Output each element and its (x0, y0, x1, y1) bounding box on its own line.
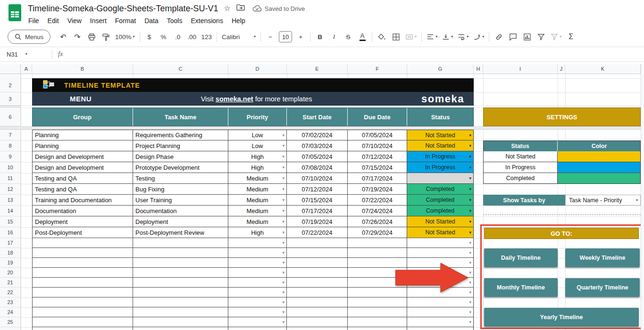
cell-D19[interactable]: ▾ (228, 258, 287, 268)
cell-C22[interactable] (133, 288, 228, 297)
cell-C25[interactable] (133, 317, 228, 327)
cell-E24[interactable] (287, 307, 348, 317)
cell-D26[interactable]: ▾ (228, 327, 287, 330)
cell-B12[interactable]: Testing and QA (32, 184, 133, 195)
status-dropdown-caret[interactable]: ▾ (469, 176, 471, 181)
cell-B13[interactable]: Training and Documentation (32, 195, 133, 206)
priority-dropdown-caret[interactable]: ▾ (282, 271, 284, 275)
status-label-in-progress[interactable]: In Progress (483, 162, 558, 173)
cell-E19[interactable] (287, 258, 348, 268)
priority-dropdown-caret[interactable]: ▾ (282, 261, 284, 265)
cell-E16[interactable]: 07/22/2024 (287, 227, 348, 238)
row-header-16[interactable]: 16 (0, 227, 20, 238)
col-header-C[interactable]: C (133, 64, 228, 74)
cell-C10[interactable]: Prototype Development (133, 162, 228, 173)
cell-B21[interactable] (32, 278, 133, 288)
cell-G26[interactable]: ▾ (407, 327, 474, 330)
cell-D8[interactable]: Low▾ (228, 140, 287, 151)
cell-D9[interactable]: High▾ (228, 151, 287, 162)
cell-B8[interactable]: Planning (32, 140, 133, 151)
status-dropdown-caret[interactable]: ▾ (469, 155, 471, 159)
status-dropdown-caret[interactable]: ▾ (469, 241, 471, 245)
row-header-10[interactable]: 10 (0, 162, 20, 173)
yearly-timeline-button[interactable]: Yearly Timeline (484, 308, 639, 327)
col-header-D[interactable]: D (228, 64, 287, 74)
col-header-A[interactable]: A (21, 64, 32, 74)
status-dropdown-caret[interactable]: ▾ (469, 165, 471, 170)
priority-dropdown-caret[interactable]: ▾ (282, 165, 284, 170)
cell-G17[interactable]: ▾ (407, 238, 474, 248)
cell-G7[interactable]: Not Started▾ (407, 130, 474, 140)
show-tasks-by-label[interactable]: Show Tasks by (483, 195, 565, 206)
row-header-13[interactable]: 13 (0, 195, 20, 206)
row-header-19[interactable]: 19 (0, 258, 20, 268)
cell-B17[interactable] (32, 238, 133, 248)
someka-link[interactable]: someka.net (216, 95, 253, 103)
cell-B26[interactable] (32, 327, 133, 330)
priority-dropdown-caret[interactable]: ▾ (282, 300, 284, 305)
status-dropdown-caret[interactable]: ▾ (469, 209, 471, 213)
cell-G24[interactable]: ▾ (407, 307, 474, 317)
cell-E22[interactable] (287, 288, 348, 297)
priority-dropdown-caret[interactable]: ▾ (282, 144, 284, 148)
row-header-14[interactable]: 14 (0, 206, 20, 216)
col-header-F[interactable]: F (348, 64, 407, 74)
cell-C15[interactable]: Deployment (133, 216, 228, 227)
quarterly-timeline-button[interactable]: Quarterly Timeline (565, 278, 640, 297)
status-dropdown-caret[interactable]: ▾ (469, 300, 471, 305)
monthly-timeline-button[interactable]: Monthly Timeline (484, 278, 558, 297)
row-header-8[interactable]: 8 (0, 140, 20, 151)
cell-D12[interactable]: Medium▾ (228, 184, 287, 195)
cell-C17[interactable] (133, 238, 228, 248)
cell-D16[interactable]: High▾ (228, 227, 287, 238)
col-header-I[interactable]: I (483, 64, 558, 74)
col-header-H[interactable]: H (474, 64, 483, 74)
cell-G8[interactable]: Not Started▾ (407, 140, 474, 151)
weekly-timeline-button[interactable]: Weekly Timeline (565, 248, 640, 267)
cell-D7[interactable]: Low▾ (228, 130, 287, 140)
row-header-11[interactable]: 11 (0, 173, 20, 184)
cell-G23[interactable]: ▾ (407, 297, 474, 307)
cell-F14[interactable]: 07/24/2024 (348, 206, 407, 216)
cell-B14[interactable]: Documentation (32, 206, 133, 216)
row-header-6[interactable]: 6 (0, 107, 20, 126)
cell-B18[interactable] (32, 248, 133, 258)
cell-B9[interactable]: Design and Development (32, 151, 133, 162)
col-header-K[interactable]: K (565, 64, 641, 74)
col-header-J[interactable]: J (558, 64, 565, 74)
cell-F17[interactable] (348, 238, 407, 248)
col-header-G[interactable]: G (407, 64, 474, 74)
row-header-18[interactable]: 18 (0, 248, 20, 258)
cell-E18[interactable] (287, 248, 348, 258)
cell-B19[interactable] (32, 258, 133, 268)
priority-dropdown-caret[interactable]: ▾ (282, 231, 284, 235)
cell-E26[interactable] (287, 327, 348, 330)
col-header-B[interactable]: B (32, 64, 133, 74)
priority-dropdown-caret[interactable]: ▾ (282, 251, 284, 255)
status-dropdown-caret[interactable]: ▾ (469, 251, 471, 255)
priority-dropdown-caret[interactable]: ▾ (282, 241, 284, 245)
vertical-scrollbar[interactable] (641, 64, 644, 330)
cell-G16[interactable]: Not Started▾ (407, 227, 474, 238)
row-header-22[interactable]: 22 (0, 288, 20, 297)
cell-C20[interactable] (133, 268, 228, 278)
cell-G25[interactable]: ▾ (407, 317, 474, 327)
priority-dropdown-caret[interactable]: ▾ (282, 310, 284, 314)
row-header-23[interactable]: 23 (0, 297, 20, 307)
cell-C21[interactable] (133, 278, 228, 288)
status-dropdown-caret[interactable]: ▾ (469, 310, 471, 314)
banner-menu-label[interactable]: MENU (70, 95, 92, 103)
row-header-21[interactable]: 21 (0, 278, 20, 288)
cell-B20[interactable] (32, 268, 133, 278)
cell-G9[interactable]: In Progress▾ (407, 151, 474, 162)
cell-C24[interactable] (133, 307, 228, 317)
row-header-17[interactable]: 17 (0, 238, 20, 248)
row-header-7[interactable]: 7 (0, 130, 20, 140)
cell-D17[interactable]: ▾ (228, 238, 287, 248)
cell-F26[interactable] (348, 327, 407, 330)
cell-G14[interactable]: Completed▾ (407, 206, 474, 216)
cell-C11[interactable]: Testing (133, 173, 228, 184)
cell-E14[interactable]: 07/17/2024 (287, 206, 348, 216)
cell-B10[interactable]: Design and Development (32, 162, 133, 173)
cell-B22[interactable] (32, 288, 133, 297)
